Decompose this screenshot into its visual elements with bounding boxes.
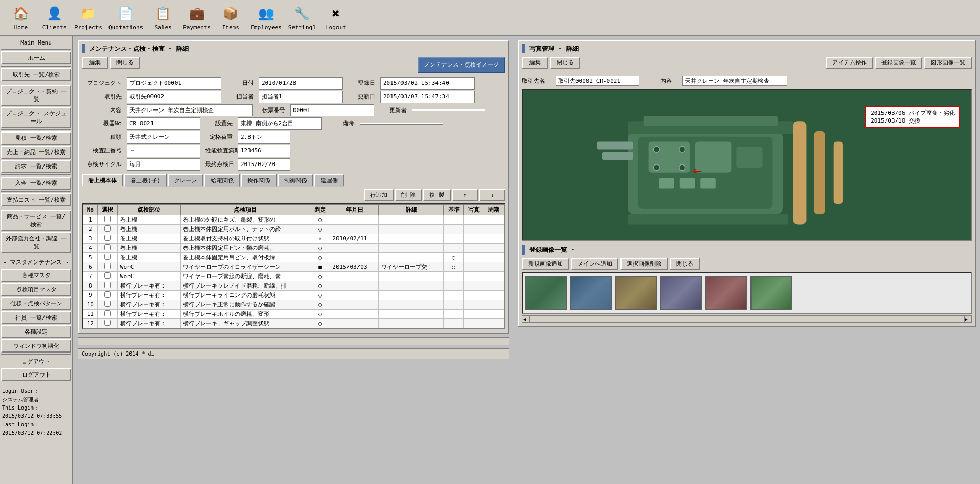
table-row[interactable]: 4 巻上機 巻上機本体固定用ピン・類の磨耗、 ○ — [83, 243, 504, 252]
btn-maintenance-image[interactable]: メンテナンス・点検イメージ — [418, 57, 505, 73]
cell-checkbox[interactable] — [97, 318, 117, 328]
thumbnail-4[interactable] — [660, 276, 702, 310]
sidebar-btn-products[interactable]: 商品・サービス 一覧/検索 — [1, 210, 71, 231]
cell-part: 巻上機 — [117, 215, 180, 224]
cell-checkbox[interactable] — [97, 300, 117, 309]
horizontal-scrollbar[interactable] — [78, 337, 509, 345]
sidebar-btn-cost[interactable]: 支払コスト 一覧/検索 — [1, 193, 71, 206]
cell-checkbox[interactable] — [97, 309, 117, 318]
table-row[interactable]: 7 WorC ワイヤーロープ素線の断線、磨耗、素 ○ — [83, 271, 504, 281]
nav-setting1[interactable]: 🔧 Setting1 — [285, 2, 319, 33]
nav-sales[interactable]: 📋 Sales — [146, 2, 180, 33]
sidebar-btn-employees[interactable]: 社員 一覧/検索 — [1, 311, 71, 324]
cell-checkbox[interactable] — [97, 243, 117, 252]
btn-thumb-close[interactable]: 閉じる — [670, 258, 700, 270]
thumbnail-5[interactable] — [705, 276, 747, 310]
cell-checkbox[interactable] — [97, 215, 117, 224]
tab-operation[interactable]: 操作関係 — [241, 174, 277, 187]
table-row[interactable]: 9 横行ブレーキ有： 横行ブレーキライニングの磨耗状態 ○ — [83, 290, 504, 300]
btn-row-add[interactable]: 行追加 — [364, 189, 394, 201]
btn-row-down[interactable]: ↓ — [479, 189, 505, 201]
sidebar-btn-settings[interactable]: 各種設定 — [1, 325, 71, 338]
sidebar-btn-payment[interactable]: 入金 一覧/検索 — [1, 177, 71, 190]
reg-images-bar — [522, 245, 525, 255]
table-row[interactable]: 12 横行ブレーキ有： 横行ブレーキ、ギャップ調整状態 ○ — [83, 318, 504, 328]
cell-checkbox[interactable] — [97, 271, 117, 281]
table-row[interactable]: 8 横行ブレーキ有： 横行ブレーキソレノイド磨耗、断線、排 ○ — [83, 281, 504, 290]
nav-items[interactable]: 📦 Items — [214, 2, 247, 33]
cell-photo — [464, 271, 484, 281]
table-row[interactable]: 10 横行ブレーキ有： 横行ブレーキ正常に動作するか確認 ○ — [83, 300, 504, 309]
btn-photo-close[interactable]: 閉じる — [550, 57, 580, 69]
sidebar-btn-spec-pattern[interactable]: 仕様・点検パターン — [1, 297, 71, 310]
cell-checkbox[interactable] — [97, 262, 117, 271]
sidebar-btn-masters[interactable]: 各種マスタ — [1, 269, 71, 282]
thumbnail-1[interactable] — [525, 276, 567, 310]
svg-rect-18 — [700, 178, 716, 189]
nav-projects[interactable]: 📁 Projects — [71, 2, 105, 33]
tab-hoist-main[interactable]: 巻上機本体 — [82, 174, 123, 187]
sidebar-btn-clients[interactable]: 取引先 一覧/検索 — [1, 68, 71, 81]
sidebar-btn-estimate[interactable]: 見積 一覧/検索 — [1, 131, 71, 145]
btn-add-to-main[interactable]: メインへ追加 — [571, 258, 618, 270]
table-row[interactable]: 3 巻上機 巻上機取付支持材の取り付け状態 × 2010/02/11 — [83, 234, 504, 243]
updated-value: 2015/03/07 15:47:34 — [380, 91, 475, 103]
cell-checkbox[interactable] — [97, 234, 117, 243]
btn-row-up[interactable]: ↑ — [452, 189, 478, 201]
btn-reg-list[interactable]: 登録画像一覧 — [875, 57, 922, 69]
tab-crane[interactable]: クレーン — [168, 174, 203, 187]
table-row[interactable]: 6 WorC ワイヤーロープのイコライザーシーン ■ 2015/03/03 ワイ… — [83, 262, 504, 271]
nav-employees[interactable]: 👥 Employees — [247, 2, 285, 33]
horizontal-scroll-track[interactable] — [529, 315, 964, 323]
maintenance-toolbar-left: 編集 閉じる — [82, 57, 140, 69]
sidebar-btn-inspection-master[interactable]: 点検項目マスタ — [1, 283, 71, 296]
top-nav: 🏠 Home 👤 Clients 📁 Projects 📄 Quotations… — [0, 0, 980, 36]
btn-delete-selected[interactable]: 選択画像削除 — [620, 258, 668, 270]
sidebar-btn-sales[interactable]: 売上・納品 一覧/検索 — [1, 146, 71, 159]
table-row[interactable]: 2 巻上機 巻上機本体固定用ボルト、ナットの締 ○ — [83, 224, 504, 234]
btn-drawing[interactable]: 図形画像一覧 — [924, 57, 972, 69]
cell-item: 横行ブレーキソレノイド磨耗、断線、排 — [180, 281, 310, 290]
sidebar-btn-home[interactable]: ホーム — [1, 51, 71, 64]
table-row[interactable]: 11 横行ブレーキ有： 横行ブレーキホイルの磨耗、変形 ○ — [83, 309, 504, 318]
sidebar-btn-logout[interactable]: ログアウト — [1, 368, 71, 381]
btn-close[interactable]: 閉じる — [110, 57, 140, 69]
cell-cycle — [484, 309, 504, 318]
btn-item-op[interactable]: アイテム操作 — [826, 57, 873, 69]
cell-checkbox[interactable] — [97, 252, 117, 262]
tab-building[interactable]: 建屋側 — [314, 174, 344, 187]
thumbnail-6[interactable] — [750, 276, 792, 310]
nav-home[interactable]: 🏠 Home — [4, 2, 38, 33]
tab-hoist-sub[interactable]: 巻上機(子) — [124, 174, 167, 187]
tab-power[interactable]: 給電関係 — [204, 174, 240, 187]
nav-clients[interactable]: 👤 Clients — [38, 2, 71, 33]
sidebar-btn-init[interactable]: ウィンドウ初期化 — [1, 339, 71, 353]
sidebar: - Main Menu - ホーム 取引先 一覧/検索 プロジェクト・契約 一覧… — [0, 36, 73, 484]
btn-add-image[interactable]: 新規画像追加 — [522, 258, 569, 270]
sidebar-btn-partners[interactable]: 外部協力会社・調達 一覧 — [1, 232, 71, 253]
nav-logout[interactable]: ✖ Logout — [319, 2, 353, 33]
nav-payments[interactable]: 💼 Payments — [180, 2, 214, 33]
btn-row-copy[interactable]: 複 製 — [423, 189, 451, 201]
cell-checkbox[interactable] — [97, 281, 117, 290]
thumbnail-3[interactable] — [615, 276, 657, 310]
scroll-left-btn[interactable]: ◄ — [522, 315, 529, 323]
type-label: 種類 — [82, 131, 124, 144]
cell-no: 11 — [83, 309, 98, 318]
btn-row-remove[interactable]: 削 除 — [395, 189, 422, 201]
thumbnail-2[interactable] — [570, 276, 612, 310]
btn-edit[interactable]: 編集 — [82, 57, 108, 69]
cell-date: 2010/02/11 — [330, 234, 379, 243]
cell-checkbox[interactable] — [97, 290, 117, 300]
sidebar-btn-invoice[interactable]: 請求 一覧/検索 — [1, 160, 71, 173]
tab-control[interactable]: 制御関係 — [278, 174, 313, 187]
sidebar-btn-projects[interactable]: プロジェクト・契約 一覧 — [1, 85, 71, 106]
home-icon: 🏠 — [12, 4, 30, 23]
table-row[interactable]: 5 巻上機 巻上機本体固定用吊ピン、取付板緑 ○ ○ — [83, 252, 504, 262]
nav-quotations[interactable]: 📄 Quotations — [105, 2, 146, 33]
sidebar-btn-schedule[interactable]: プロジェクト スケジュール — [1, 107, 71, 128]
table-row[interactable]: 1 巻上機 巻上機の外観にキズ、亀裂、変形の ○ — [83, 215, 504, 224]
btn-photo-edit[interactable]: 編集 — [522, 57, 548, 69]
scroll-right-btn[interactable]: ► — [964, 315, 972, 323]
cell-checkbox[interactable] — [97, 224, 117, 234]
